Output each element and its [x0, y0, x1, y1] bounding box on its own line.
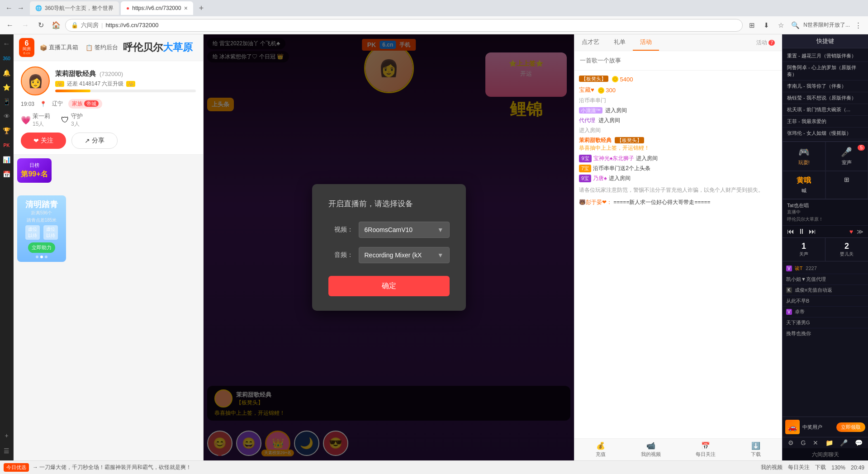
follow-btn[interactable]: ❤ 关注: [21, 133, 66, 149]
back-nav-btn[interactable]: ←: [4, 19, 16, 32]
sidebar-icon-back[interactable]: ←: [1, 38, 13, 50]
search-sidebar-btn[interactable]: 🔍: [789, 19, 802, 32]
sidebar-icon-360[interactable]: 360: [1, 52, 13, 64]
qk-cell-2[interactable]: 🎤 室声 5: [825, 142, 868, 171]
sidebar-icon-trophy[interactable]: 🏆: [1, 125, 13, 137]
tab-2[interactable]: ● https://v6.cn/732000 ×: [121, 1, 193, 15]
msg-11-text: =====新人求一位好心得大哥带走=====: [613, 199, 710, 205]
sidebar-icon-eye[interactable]: 👁: [1, 110, 13, 122]
gift-card-1: 🚗 中奖用户 立即领取: [785, 420, 865, 434]
song-item-1[interactable]: 重置 - 越花三月（营销版伴奏）: [783, 50, 868, 62]
menu-btn[interactable]: ⋮: [852, 19, 864, 32]
share-btn[interactable]: ↗ 分享: [71, 133, 118, 149]
sidebar-icon-phone[interactable]: 📱: [1, 96, 13, 108]
song-item-3[interactable]: 李南儿 - 我等你了（伴奏）: [783, 81, 868, 92]
gift-btn-1[interactable]: 立即领取: [836, 422, 865, 432]
level-bar: [55, 90, 196, 92]
tab-talent[interactable]: 点才艺: [574, 34, 607, 51]
pager-dots: [21, 256, 62, 258]
player-pause-btn[interactable]: ⏸: [798, 228, 805, 236]
icon-settings[interactable]: ⚙: [788, 439, 794, 446]
dialog-audio-select[interactable]: Recording Mixer (kX ▼: [359, 247, 450, 263]
sidebar-icon-menu[interactable]: ☰: [1, 445, 13, 457]
tool-broadcast[interactable]: 📦 直播工具箱: [40, 43, 78, 52]
player-more-btn[interactable]: ≫: [857, 228, 863, 235]
sidebar-icon-calendar[interactable]: 📅: [1, 168, 13, 180]
song-item-6[interactable]: 王菲 - 我最亲爱的: [783, 116, 868, 128]
player-prev-btn[interactable]: ⏮: [787, 228, 794, 236]
song-item-7[interactable]: 张玮伦 - 女人如烟（慢摇版）: [783, 128, 868, 139]
status-my-video[interactable]: 我的视频: [761, 464, 783, 471]
action-recharge[interactable]: 💰 充值: [596, 441, 606, 458]
download-btn[interactable]: ⬇: [760, 19, 773, 32]
new-tab-btn[interactable]: +: [195, 2, 208, 14]
dialog-confirm-btn[interactable]: 确定: [328, 276, 450, 296]
bookmark-btn[interactable]: ☆: [774, 19, 787, 32]
num-2: 2: [827, 242, 866, 251]
tool-contract-label: 签约后台: [95, 43, 118, 52]
ad-btn[interactable]: 立即助力: [28, 242, 55, 253]
streamer-avatar: 👩: [21, 66, 50, 95]
msg-7-text: 进入房间: [636, 155, 658, 162]
qk-cell-4[interactable]: ⊞: [825, 171, 868, 199]
sidebar-icon-star[interactable]: ⭐: [1, 81, 13, 93]
tab-2-close[interactable]: ×: [184, 5, 188, 12]
msg-6-text: 进入房间: [579, 127, 601, 133]
quick-key-grid: 🎮 玩耍! 🎤 室声 5 黄哦 喊 ⊞: [783, 141, 868, 199]
right-gift-section: 🚗 中奖用户 立即领取: [783, 417, 868, 437]
extensions-btn[interactable]: ⊞: [745, 19, 758, 32]
tab-activity[interactable]: 活动: [633, 34, 659, 51]
icon-folder[interactable]: 📁: [825, 439, 833, 446]
bottom-actions: 💰 充值 📹 我的视频 📅 每日关注 ⬇️ 下载: [574, 438, 782, 460]
icon-mic[interactable]: 🎤: [840, 439, 848, 446]
sidebar-icon-add[interactable]: +: [1, 430, 13, 441]
badge-9room-2: 9宝: [579, 175, 591, 182]
rc-badge-5: V: [786, 309, 792, 315]
refresh-btn[interactable]: ↻: [34, 19, 47, 32]
icon-chat[interactable]: 💬: [855, 439, 863, 446]
song-item-2[interactable]: 阿鲁阿卓 - 心上的罗加（原版伴奏）: [783, 62, 868, 81]
status-daily-follow[interactable]: 每日关注: [788, 464, 810, 471]
song-item-5[interactable]: 杭天琪 - 前门情思大碗茶（...: [783, 104, 868, 116]
user-7: 宝神光♠东北狮子: [593, 155, 634, 162]
qk-cell-1[interactable]: 🎮 玩耍!: [783, 142, 825, 171]
song-item-4[interactable]: 杨钰莹 - 我不想说（原版伴奏）: [783, 92, 868, 104]
guard-label: 守护: [71, 112, 83, 120]
action-daily-follow[interactable]: 📅 每日关注: [696, 441, 716, 458]
sidebar-icon-pk[interactable]: PK: [1, 139, 13, 151]
player-next-btn[interactable]: ⏭: [809, 228, 816, 236]
msg-4-text: 进入房间: [605, 107, 627, 114]
tool-contract[interactable]: 📋 签约后台: [85, 43, 118, 52]
status-download[interactable]: 下载: [815, 464, 826, 471]
player-like-btn[interactable]: ♥: [849, 228, 853, 235]
num-ctrl-2[interactable]: 2 婴儿关: [825, 238, 868, 261]
title-cn: 呼伦贝尔: [123, 42, 163, 53]
address-bar[interactable]: 🔒 六间房 | https://v6.cn/732000: [65, 19, 743, 32]
dot-1: [36, 256, 38, 258]
forward-btn[interactable]: →: [15, 3, 26, 14]
tab-gifts[interactable]: 礼单: [607, 34, 633, 51]
num-ctrl-1[interactable]: 1 关声: [783, 238, 825, 261]
qk-cell-3[interactable]: 黄哦 喊: [783, 171, 825, 199]
icon-x[interactable]: ✕: [813, 439, 818, 446]
msg-5-text: 进入房间: [598, 117, 620, 123]
status-marquee: → 一刀爆大佬，千刀秒全场！霸服神装开局和霸气，砍怪就是爽！: [33, 464, 761, 471]
tab-1[interactable]: 🌐 360导航一个主页，整个世界: [30, 1, 119, 15]
logo-text: 6: [25, 40, 29, 47]
page-title: 呼伦贝尔大草原: [118, 41, 198, 54]
contract-icon: 📋: [85, 44, 93, 51]
dialog-video-select[interactable]: 6RoomsCamV10 ▼: [359, 222, 450, 238]
sidebar-icon-bell[interactable]: 🔔: [1, 67, 13, 79]
gift-section: 一首歌一个故事: [574, 51, 782, 71]
action-my-video[interactable]: 📹 我的视频: [641, 441, 661, 458]
icon-g[interactable]: G: [801, 439, 806, 446]
dialog-audio-row: 音频： Recording Mixer (kX ▼: [328, 247, 450, 263]
sidebar-icon-chart[interactable]: 📊: [1, 154, 13, 166]
left-panel: 6 间房 6.cn 📦 直播工具箱 📋 签约后台 呼伦贝尔大草原: [14, 34, 204, 460]
dialog-video-label: 视频：: [328, 226, 353, 234]
action-download[interactable]: ⬇️ 下载: [751, 441, 761, 458]
home-btn[interactable]: 🏠: [50, 19, 62, 32]
forward-nav-btn[interactable]: →: [19, 19, 32, 32]
back-btn[interactable]: ←: [4, 3, 14, 14]
qk-label-2: 室声: [829, 159, 865, 166]
